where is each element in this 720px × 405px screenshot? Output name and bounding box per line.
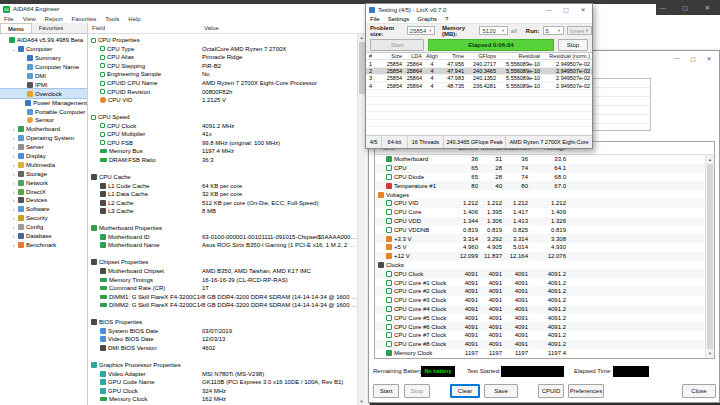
sidebar-item-benchmark[interactable]: ›Benchmark xyxy=(0,240,87,249)
field-row[interactable]: System BIOS Date03/07/2019 xyxy=(88,327,369,336)
field-row[interactable]: CPU Multiplier41x xyxy=(88,130,369,139)
statistics-scrollbar[interactable]: ▲ ▼ xyxy=(705,155,714,358)
sensor-row-cpu[interactable]: CPU65287464.1 xyxy=(375,164,714,173)
sidebar-item-motherboard[interactable]: ›Motherboard xyxy=(0,125,87,134)
sensor-row-cpu-vid[interactable]: CPU VID1.2121.2121.2121.212 xyxy=(375,199,714,208)
field-row[interactable]: Memory Bus1197.4 MHz xyxy=(88,147,369,156)
field-row[interactable]: CPU Cache xyxy=(88,173,369,182)
expand-arrow-icon[interactable]: › xyxy=(11,180,16,186)
sidebar-item-computer-name[interactable]: Computer Name xyxy=(0,63,87,72)
sidebar-item-portable-computer[interactable]: Portable Computer xyxy=(0,107,87,116)
linx-result-row[interactable]: 22585425864447.941240.34655.556089e-102.… xyxy=(366,68,592,75)
sensor-row-temperature-1[interactable]: Temperature #180408067.0 xyxy=(375,181,714,190)
linx-start-button[interactable]: Start xyxy=(370,39,424,51)
linx-stop-button[interactable]: Stop xyxy=(558,39,588,51)
field-row[interactable]: L1 Data Cache32 KB per core xyxy=(88,190,369,199)
expand-arrow-icon[interactable]: › xyxy=(11,224,16,230)
sidebar-item-overclock[interactable]: Overclock xyxy=(0,89,87,98)
menu-tools[interactable]: Tools xyxy=(105,16,119,22)
sidebar-item-security[interactable]: ›Security xyxy=(0,214,87,223)
field-row[interactable]: Engineering SampleNo xyxy=(88,70,369,79)
menu-report[interactable]: Report xyxy=(45,16,63,22)
expand-arrow-icon[interactable]: › xyxy=(11,206,16,212)
sidebar-item-dmi[interactable]: DMI xyxy=(0,72,87,81)
sidebar-item-database[interactable]: ›Database xyxy=(0,232,87,241)
sensor-row-cpu-core-4-clock[interactable]: CPU Core #4 Clock4091409140914091.2 xyxy=(375,305,714,314)
field-row[interactable]: CPU SteppingPiR-B2 xyxy=(88,62,369,71)
field-row[interactable]: CPU AliasPinnacle Ridge xyxy=(88,53,369,62)
sensor-row-clocks[interactable]: Clocks xyxy=(375,261,714,270)
expand-arrow-icon[interactable]: › xyxy=(11,153,16,159)
sensor-row-memory-clock[interactable]: Memory Clock1197119711971197.4 xyxy=(375,349,714,358)
field-row[interactable]: Motherboard ID63-0100-000001-00101111-09… xyxy=(88,233,369,242)
stability-close-button[interactable]: ✕ xyxy=(702,55,716,62)
linx-menu-graphs[interactable]: Graphs xyxy=(417,16,437,22)
menu-favorites[interactable]: Favorites xyxy=(72,16,97,22)
linx-result-row[interactable]: 42585425864448.735236.42815.556089e-102.… xyxy=(366,83,592,90)
sensor-row-cpu-core-6-clock[interactable]: CPU Core #6 Clock4091409140914091.2 xyxy=(375,322,714,331)
vertical-scrollbar[interactable]: ▲ ▼ xyxy=(357,34,365,405)
background-maximize-button[interactable]: ▢ xyxy=(678,4,691,11)
field-row[interactable]: CPUID CPU NameAMD Ryzen 7 2700X Eight-Co… xyxy=(88,79,369,88)
field-row[interactable]: DIMM2: G Skill FlareX F4-3200C14-8GFX8 G… xyxy=(88,301,369,310)
preferences-button[interactable]: Preferences xyxy=(568,384,604,398)
expand-arrow-icon[interactable]: › xyxy=(11,233,16,239)
linx-titlebar[interactable]: Testing (4/5) - LinX v0.7.0 — ▢ ✕ xyxy=(366,4,592,15)
field-row[interactable]: CPU Speed xyxy=(88,113,369,122)
sidebar-item-devices[interactable]: ›Devices xyxy=(0,196,87,205)
field-row[interactable]: Chipset Properties xyxy=(88,258,369,267)
field-row[interactable]: CPUID Revision00800F82h xyxy=(88,87,369,96)
sidebar-item-config[interactable]: ›Config xyxy=(0,223,87,232)
aida64-titlebar[interactable]: 64 AIDA64 Engineer xyxy=(0,4,369,14)
sensor-row-cpu-diode[interactable]: CPU Diode65287468.0 xyxy=(375,173,714,182)
linx-minimize-button[interactable]: — xyxy=(542,7,556,13)
field-row[interactable]: L3 Cache8 MB xyxy=(88,207,369,216)
sensor-row-cpu-core-5-clock[interactable]: CPU Core #5 Clock4091409140914091.2 xyxy=(375,313,714,322)
menu-view[interactable]: View xyxy=(23,16,36,22)
background-minimize-button[interactable]: — xyxy=(656,5,669,11)
expand-arrow-icon[interactable]: ⌄ xyxy=(11,46,16,52)
cpuid-button[interactable]: CPUID xyxy=(538,384,564,398)
expand-arrow-icon[interactable]: › xyxy=(11,197,16,203)
linx-menu-help[interactable]: ? xyxy=(445,16,448,22)
stability-maximize-button[interactable]: ▢ xyxy=(686,55,700,62)
column-header-field[interactable]: Field xyxy=(88,25,202,31)
field-row[interactable]: Graphics Processor Properties xyxy=(88,361,369,370)
sidebar-item-network[interactable]: ›Network xyxy=(0,178,87,187)
field-row[interactable]: GPU Clock324 MHz xyxy=(88,386,369,395)
memory-select[interactable]: 5120▼ xyxy=(479,26,507,35)
expand-arrow-icon[interactable]: › xyxy=(11,242,16,248)
field-row[interactable]: Motherboard Properties xyxy=(88,224,369,233)
expand-arrow-icon[interactable]: › xyxy=(11,171,16,177)
sensor-row-cpu-core[interactable]: CPU Core1.4061.3951.4171.409 xyxy=(375,208,714,217)
sensor-row-cpu-core-8-clock[interactable]: CPU Core #8 Clock4091409140914091.2 xyxy=(375,340,714,349)
linx-menu-settings[interactable]: Settings xyxy=(388,16,410,22)
scroll-thumb[interactable] xyxy=(707,164,713,349)
sensor-row-cpu-clock[interactable]: CPU Clock4091409140914091.2 xyxy=(375,269,714,278)
start-button[interactable]: Start xyxy=(373,384,399,398)
sensor-row-cpu-vdd[interactable]: CPU VDD1.3441.3061.4131.326 xyxy=(375,217,714,226)
save-button[interactable]: Save xyxy=(484,384,518,398)
field-row[interactable]: Motherboard NameAsus ROG Strix B350-I Ga… xyxy=(88,241,369,250)
field-row[interactable]: Video AdapterMSI N780Ti (MS-V298) xyxy=(88,369,369,378)
sidebar-item-software[interactable]: ›Software xyxy=(0,205,87,214)
linx-result-row[interactable]: 32585425864447.983240.13525.556089e-102.… xyxy=(366,75,592,82)
field-row[interactable]: L2 Cache512 KB per core (On-Die, ECC, Fu… xyxy=(88,198,369,207)
sensor-row-cpu-core-3-clock[interactable]: CPU Core #3 Clock4091409140914091.2 xyxy=(375,296,714,305)
sensor-row-motherboard[interactable]: Motherboard36313633.6 xyxy=(375,155,714,164)
sensor-row-cpu-core-1-clock[interactable]: CPU Core #1 Clock4091409140914091.2 xyxy=(375,278,714,287)
tab-favorites[interactable]: Favorites xyxy=(32,23,71,33)
sidebar-item-power-management[interactable]: Power Management xyxy=(0,98,87,107)
sidebar-item-display[interactable]: ›Display xyxy=(0,152,87,161)
sidebar-item-operating-system[interactable]: ›Operating System xyxy=(0,134,87,143)
background-close-button[interactable]: ✕ xyxy=(701,4,714,11)
field-row[interactable]: Video BIOS Date12/03/13 xyxy=(88,335,369,344)
times-select[interactable]: times▼ xyxy=(567,26,592,35)
scroll-up-icon[interactable]: ▲ xyxy=(706,157,714,162)
sensor-row-12-v[interactable]: +12 V12.09911.83712.16412.076 xyxy=(375,252,714,261)
field-row[interactable]: Memory Clock162 MHz xyxy=(88,395,369,404)
stability-minimize-button[interactable]: — xyxy=(670,55,684,61)
column-header-value[interactable]: Value xyxy=(202,25,369,31)
clear-button[interactable]: Clear xyxy=(450,384,480,398)
field-row[interactable]: BIOS Properties xyxy=(88,318,369,327)
